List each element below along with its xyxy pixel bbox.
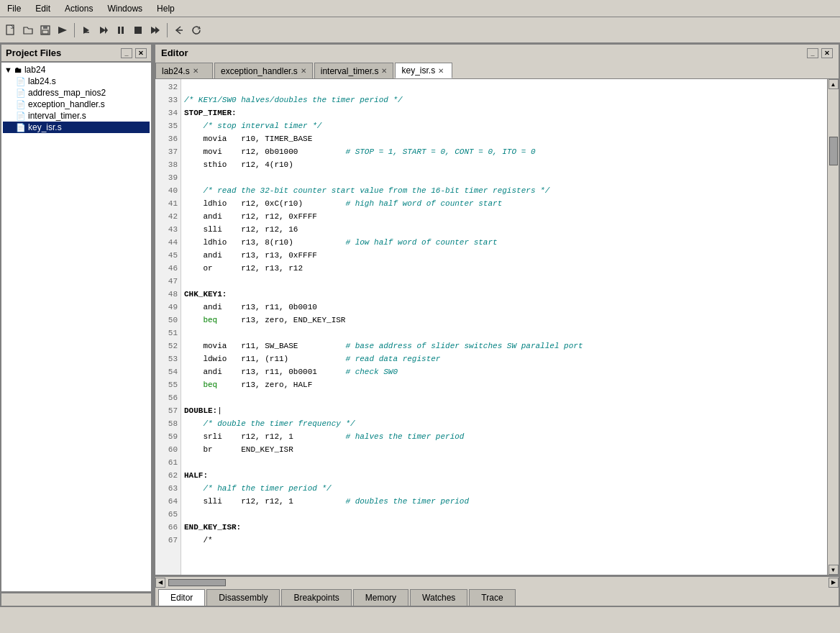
tab-lab24s[interactable]: lab24.s ✕ bbox=[155, 63, 213, 78]
line-number: 54 bbox=[155, 365, 181, 378]
scroll-up-btn[interactable]: ▲ bbox=[828, 79, 839, 89]
close-tab-lab24s[interactable]: ✕ bbox=[193, 67, 198, 75]
run-button[interactable] bbox=[147, 22, 163, 38]
new-button[interactable] bbox=[3, 22, 19, 38]
step-over-button[interactable] bbox=[96, 22, 111, 38]
code-line: END_KEY_ISR: bbox=[184, 521, 824, 534]
tree-item-interval-timer[interactable]: 📄 interval_timer.s bbox=[3, 110, 150, 122]
line-number: 59 bbox=[155, 430, 181, 443]
tree-label-address-map: address_map_nios2 bbox=[28, 88, 106, 98]
line-number: 42 bbox=[155, 210, 181, 223]
bottom-tab-editor[interactable]: Editor bbox=[158, 589, 205, 606]
scroll-left-btn[interactable]: ◀ bbox=[155, 578, 165, 588]
code-line: /* read the 32-bit counter start value f… bbox=[184, 184, 824, 197]
close-editor-btn[interactable]: ✕ bbox=[821, 48, 833, 58]
compile-button[interactable] bbox=[55, 22, 70, 38]
line-number: 34 bbox=[155, 106, 181, 119]
menu-actions[interactable]: Actions bbox=[60, 2, 97, 15]
file-icon-key-isr: 📄 bbox=[16, 123, 26, 132]
scroll-thumb[interactable] bbox=[829, 137, 838, 165]
bottom-tab-memory[interactable]: Memory bbox=[353, 589, 408, 606]
vertical-scrollbar[interactable]: ▲ ▼ bbox=[827, 79, 839, 575]
code-line: ldhio r13, 8(r10) # low half word of cou… bbox=[184, 236, 824, 249]
code-line bbox=[184, 171, 824, 184]
h-scroll-thumb[interactable] bbox=[168, 579, 226, 586]
line-number: 65 bbox=[155, 508, 181, 521]
code-line bbox=[184, 327, 824, 340]
code-line: beq r13, zero, HALF bbox=[184, 378, 824, 391]
file-icon-lab24s: 📄 bbox=[16, 77, 26, 86]
bottom-tab-watches[interactable]: Watches bbox=[410, 589, 467, 606]
horizontal-scrollbar[interactable]: ◀ ▶ bbox=[154, 576, 840, 588]
toolbar-sep-2 bbox=[167, 23, 168, 37]
tab-exception-handler[interactable]: exception_handler.s ✕ bbox=[214, 63, 313, 78]
code-line: DOUBLE:| bbox=[184, 404, 824, 417]
line-number: 36 bbox=[155, 132, 181, 145]
tree-item-exception-handler[interactable]: 📄 exception_handler.s bbox=[3, 99, 150, 110]
close-tab-interval-timer[interactable]: ✕ bbox=[381, 67, 387, 75]
save-button[interactable] bbox=[37, 22, 53, 38]
line-number: 57 bbox=[155, 404, 181, 417]
bottom-tabs: EditorDisassemblyBreakpointsMemoryWatche… bbox=[154, 588, 840, 607]
refresh-button[interactable] bbox=[188, 22, 204, 38]
code-line: /* half the timer period */ bbox=[184, 482, 824, 495]
project-statusbar bbox=[0, 593, 152, 607]
svg-rect-9 bbox=[122, 27, 124, 34]
close-tab-key-isr[interactable]: ✕ bbox=[438, 67, 444, 75]
close-project-btn[interactable]: ✕ bbox=[135, 48, 147, 58]
line-number: 53 bbox=[155, 352, 181, 365]
stop-button[interactable] bbox=[130, 22, 146, 38]
minimize-editor-btn[interactable]: _ bbox=[807, 48, 818, 58]
back-button[interactable] bbox=[171, 22, 187, 38]
code-line: /* bbox=[184, 534, 824, 547]
line-number: 44 bbox=[155, 236, 181, 249]
scroll-right-btn[interactable]: ▶ bbox=[828, 578, 839, 588]
menu-edit[interactable]: Edit bbox=[31, 2, 55, 15]
line-number: 64 bbox=[155, 495, 181, 508]
open-button[interactable] bbox=[20, 22, 36, 38]
code-line bbox=[184, 456, 824, 469]
menu-windows[interactable]: Windows bbox=[103, 2, 147, 15]
bottom-tab-disassembly[interactable]: Disassembly bbox=[206, 589, 280, 606]
tab-interval-timer[interactable]: interval_timer.s ✕ bbox=[314, 63, 394, 78]
h-scroll-track[interactable] bbox=[165, 578, 828, 587]
line-number: 51 bbox=[155, 327, 181, 340]
code-line: srli r12, r12, 1 # halves the timer peri… bbox=[184, 430, 824, 443]
svg-marker-12 bbox=[155, 27, 160, 34]
code-line: movia r11, SW_BASE # base address of sli… bbox=[184, 340, 824, 352]
editor-panel: Editor _ ✕ lab24.s ✕ exception_handler.s… bbox=[154, 43, 840, 607]
tree-item-address-map[interactable]: 📄 address_map_nios2 bbox=[3, 87, 150, 99]
line-number: 66 bbox=[155, 521, 181, 534]
folder-icon: ▼ 🖿 bbox=[4, 65, 22, 74]
code-line: movia r10, TIMER_BASE bbox=[184, 132, 824, 145]
tree-item-key-isr[interactable]: 📄 key_isr.s bbox=[3, 122, 150, 133]
tab-label-exception-handler: exception_handler.s bbox=[221, 66, 298, 76]
pause-button[interactable] bbox=[113, 22, 129, 38]
svg-marker-6 bbox=[100, 27, 106, 34]
tree-item-lab24[interactable]: ▼ 🖿 lab24 bbox=[3, 64, 150, 76]
line-number: 48 bbox=[155, 288, 181, 301]
scroll-track[interactable] bbox=[828, 89, 839, 565]
menu-help[interactable]: Help bbox=[152, 2, 179, 15]
code-line: /* KEY1/SW0 halves/doubles the timer per… bbox=[184, 94, 824, 106]
close-tab-exception-handler[interactable]: ✕ bbox=[301, 67, 306, 75]
code-line: andi r13, r11, 0b0001 # check SW0 bbox=[184, 365, 824, 378]
code-content[interactable]: /* KEY1/SW0 halves/doubles the timer per… bbox=[181, 79, 827, 575]
scroll-down-btn[interactable]: ▼ bbox=[828, 565, 839, 575]
tab-key-isr[interactable]: key_isr.s ✕ bbox=[395, 63, 452, 78]
menu-file[interactable]: File bbox=[3, 2, 25, 15]
project-panel-header-btns: _ ✕ bbox=[121, 48, 147, 58]
code-line: beq r13, zero, END_KEY_ISR bbox=[184, 314, 824, 327]
code-line: ldhio r12, 0xC(r10) # high half word of … bbox=[184, 197, 824, 210]
bottom-tab-breakpoints[interactable]: Breakpoints bbox=[281, 589, 351, 606]
project-panel-header: Project Files _ ✕ bbox=[0, 43, 152, 61]
tree-item-lab24s[interactable]: 📄 lab24.s bbox=[3, 76, 150, 87]
step-into-button[interactable] bbox=[78, 22, 94, 38]
tree-label-key-isr: key_isr.s bbox=[28, 122, 62, 132]
bottom-tab-trace[interactable]: Trace bbox=[469, 589, 515, 606]
code-line: ldwio r11, (r11) # read data register bbox=[184, 352, 824, 365]
minimize-project-btn[interactable]: _ bbox=[121, 48, 132, 58]
line-number: 50 bbox=[155, 314, 181, 327]
svg-rect-10 bbox=[134, 27, 142, 34]
line-number: 47 bbox=[155, 275, 181, 288]
